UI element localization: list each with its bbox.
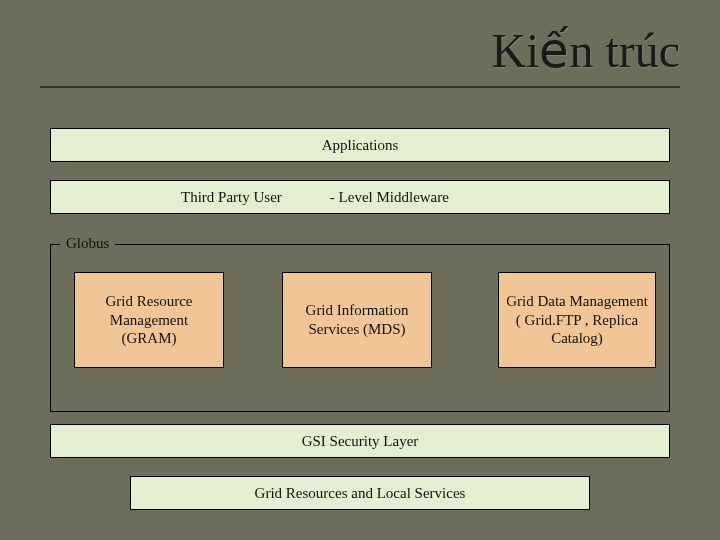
- globus-label: Globus: [60, 235, 115, 252]
- layer-middleware: Third Party User - Level Middleware: [50, 180, 670, 214]
- box-mds: Grid Information Services (MDS): [282, 272, 432, 368]
- middleware-left-text: Third Party User: [181, 188, 282, 207]
- box-grid-data: Grid Data Management ( Grid.FTP , Replic…: [498, 272, 656, 368]
- title-underline: [40, 86, 680, 88]
- middleware-right-text: - Level Middleware: [330, 188, 449, 207]
- layer-applications: Applications: [50, 128, 670, 162]
- layer-resources: Grid Resources and Local Services: [130, 476, 590, 510]
- layer-gsi: GSI Security Layer: [50, 424, 670, 458]
- slide-title: Kiến trúc: [491, 22, 680, 78]
- box-gram: Grid Resource Management (GRAM): [74, 272, 224, 368]
